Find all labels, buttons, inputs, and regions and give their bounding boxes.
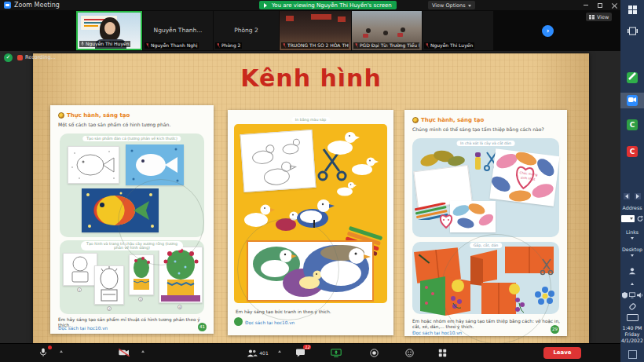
- system-tray-icons[interactable]: [620, 292, 644, 298]
- maximize-button[interactable]: [598, 3, 602, 8]
- audio-alert-badge: [48, 346, 52, 349]
- action-center-button[interactable]: [620, 350, 644, 359]
- participant-name: PGD Đại Từ: Trường Tiểu học Hà...: [360, 42, 419, 49]
- keyboard-language-icon[interactable]: [620, 314, 644, 321]
- links-toolbar[interactable]: Links: [620, 229, 644, 235]
- slide-title: Kênh hình: [33, 64, 589, 92]
- participants-button[interactable]: 401 Participants: [232, 346, 283, 362]
- duck-sketch-paper: [240, 130, 317, 192]
- page1-heading-row: Thực hành, sáng tạo: [58, 112, 130, 119]
- participant-name: Nguyễn Thi Luyến: [430, 42, 473, 49]
- reactions-button[interactable]: Reactions: [391, 346, 427, 362]
- minimize-icon: [584, 5, 588, 5]
- video-tile-nguyen-thanh-nghi[interactable]: Nguyễn Thanh... Nguyễn Thanh Nghị: [143, 11, 213, 50]
- zoom-taskbar-icon[interactable]: [620, 93, 644, 108]
- speaker-icon: [264, 3, 269, 8]
- start-button[interactable]: [620, 5, 644, 14]
- desktop-chevron-icon[interactable]: [620, 254, 644, 258]
- recording-label: Recording...: [25, 54, 56, 60]
- view-options-label: View Options: [432, 2, 466, 9]
- green-app-icon[interactable]: [620, 72, 644, 83]
- notification-icon: [628, 350, 637, 359]
- task-view-button[interactable]: [620, 27, 644, 35]
- printed-duck-blue: [294, 196, 335, 232]
- recording-dot-icon: [17, 55, 23, 60]
- address-input[interactable]: [621, 215, 635, 222]
- apps-icon: [438, 349, 447, 357]
- apps-button[interactable]: Apps: [429, 346, 456, 362]
- address-combobox[interactable]: [620, 215, 644, 222]
- textbook-page-1: Thực hành, sáng tạo Một số cách tạo sản …: [50, 105, 214, 334]
- shield-icon: [622, 292, 628, 298]
- viewing-banner-text: You are viewing Nguyễn Thi Huyền's scree…: [272, 2, 392, 9]
- chat-icon: [295, 349, 306, 357]
- close-icon: [612, 2, 617, 8]
- close-button[interactable]: [612, 2, 617, 8]
- encryption-shield-icon: ✓: [4, 53, 13, 62]
- shared-screen-area: Kênh hình Thực hành, sáng tạo Một số các…: [0, 51, 620, 343]
- muted-mic-icon: [426, 43, 429, 48]
- view-layout-button[interactable]: View: [586, 13, 612, 21]
- zoom-app-icon: [4, 2, 11, 9]
- tray-expand-chevron-icon[interactable]: [620, 281, 644, 285]
- blue-fish-image: [126, 144, 184, 185]
- video-tile-nguyen-thi-huyen[interactable]: Nguyễn Thi Huyền: [76, 11, 142, 50]
- address-toolbar-label: Address: [620, 205, 644, 210]
- connection-tray-icon[interactable]: [620, 303, 644, 310]
- audio-options-caret[interactable]: [60, 349, 63, 353]
- windows-logo-icon: [628, 5, 637, 14]
- muted-mic-icon: [146, 43, 149, 48]
- next-page-arrow-button[interactable]: ›: [542, 25, 554, 37]
- start-video-button[interactable]: Start Video: [101, 346, 148, 362]
- recording-indicator[interactable]: Recording...: [17, 54, 56, 60]
- step-number: 3: [138, 297, 143, 302]
- muted-mic-icon: [283, 43, 286, 48]
- toolbar-scroll-arrows[interactable]: [620, 193, 644, 199]
- page1-book-link[interactable]: Đọc sách tại hoc10.vn: [58, 326, 108, 331]
- share-screen-button[interactable]: Share Screen: [316, 346, 357, 362]
- page3-heading: Thực hành, sáng tạo: [421, 117, 484, 123]
- video-options-caret[interactable]: [141, 349, 145, 353]
- reactions-icon: [405, 349, 414, 357]
- chat-button[interactable]: 12 Chat: [286, 346, 314, 362]
- desktop-toolbar[interactable]: Desktop: [620, 247, 644, 252]
- links-chevron-icon[interactable]: [620, 237, 644, 241]
- clock-day: Friday: [621, 331, 643, 338]
- audio-button[interactable]: Audio: [24, 346, 63, 362]
- red-banner: [286, 16, 294, 21]
- people-tray-icon[interactable]: [620, 267, 644, 275]
- page3-book-link[interactable]: Đọc sách tại hoc10.vn: [412, 331, 462, 335]
- video-tile-nguyen-thi-luyen[interactable]: Nguyễn Thi Luyến: [423, 11, 493, 50]
- page2-caption: In bằng màu sáp: [291, 117, 330, 122]
- leave-button[interactable]: Leave: [543, 347, 581, 359]
- cactus-step2-image: [94, 265, 124, 305]
- video-tile-phong-2[interactable]: Phòng 2 Phòng 2: [214, 11, 279, 50]
- heart-cutout-image: [436, 210, 456, 232]
- participants-options-caret[interactable]: [278, 349, 281, 353]
- person-face: [104, 22, 115, 35]
- tile-name-label: Nguyễn Thi Huyền: [79, 41, 130, 47]
- textbook-page-2: In bằng màu sáp: [228, 110, 393, 335]
- video-tile-pgd-dai-tu[interactable]: PGD Đại Từ: Trường Tiểu học Hà...: [352, 11, 422, 50]
- view-options-button[interactable]: View Options: [428, 1, 475, 9]
- tile-name-label: Nguyễn Thanh Nghị: [145, 42, 199, 49]
- white-duck-large: [325, 130, 360, 159]
- page1-box2-caption: Tạo hình và trang trí chậu cây xương rồn…: [81, 241, 183, 250]
- person-silhouette: [383, 31, 388, 35]
- taskbar-clock[interactable]: 1:40 PM Friday 4/1/2022: [620, 325, 644, 344]
- page-number-badge: 41: [198, 323, 207, 331]
- minimize-button[interactable]: [584, 5, 588, 5]
- red-c-app-icon[interactable]: C: [620, 146, 644, 157]
- duck-print-picture: [247, 240, 374, 302]
- orange-flower-card: [480, 281, 529, 319]
- record-button[interactable]: Record: [358, 346, 390, 362]
- page2-book-link[interactable]: Đọc sách tại hoc10.vn: [245, 320, 295, 325]
- view-button-label: View: [597, 14, 609, 20]
- leaf-print-card-large: Chúc mừngsinh nhật: [489, 148, 559, 207]
- tile-center-name: Nguyễn Thanh...: [143, 27, 213, 34]
- green-c-app-icon[interactable]: C: [620, 119, 644, 130]
- refresh-icon[interactable]: [637, 215, 643, 222]
- cactus-step3-image: [129, 254, 154, 295]
- video-tile-truong-th-so-2[interactable]: TRUONG TH SO 2 HÒA THUON...: [280, 11, 351, 50]
- leaf-print-card-small: [450, 201, 496, 232]
